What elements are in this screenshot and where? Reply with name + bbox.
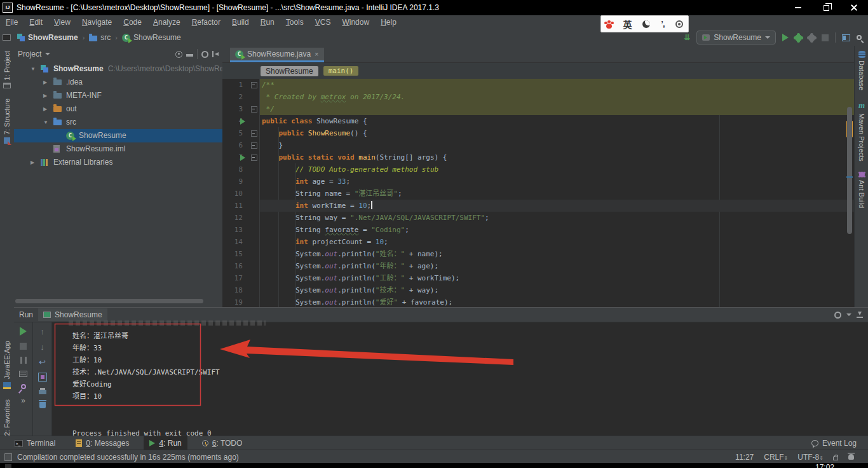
menu-item-view[interactable]: View [48, 15, 76, 29]
encoding-widget[interactable]: UTF-8⇕ [797, 453, 823, 462]
ime-baidu-paw-icon[interactable] [606, 24, 612, 29]
stripe-item-7-structure[interactable]: 7: Structure [3, 99, 11, 144]
code-line-19[interactable]: 19 System.out.println("爱好" + favorate); [222, 296, 854, 307]
menu-item-edit[interactable]: Edit [24, 15, 48, 29]
code-line-8[interactable]: 8 // TODO Auto-generated method stub [222, 163, 854, 176]
menu-item-refactor[interactable]: Refactor [186, 15, 226, 29]
run-line-icon[interactable] [240, 155, 245, 161]
tree-collapsed-arrow-icon[interactable]: ▶ [31, 156, 34, 169]
ime-moon-icon[interactable] [642, 20, 650, 28]
run-settings-gear-icon[interactable] [834, 312, 841, 319]
tree-row-src[interactable]: ▼src [14, 116, 222, 129]
stripe-item-ant-build[interactable]: Ant Build [858, 172, 865, 208]
code-line-15[interactable]: 15 System.out.println("姓名：" + name); [222, 248, 854, 260]
tree-collapsed-arrow-icon[interactable]: ▶ [43, 102, 47, 116]
edit-config-icon[interactable] [842, 34, 850, 41]
update-project-icon[interactable] [684, 33, 690, 42]
menu-item-analyze[interactable]: Analyze [147, 15, 186, 29]
code-line-3[interactable]: 3 */ [222, 103, 854, 115]
editor-scrollbar[interactable] [845, 79, 854, 307]
run-console[interactable]: 姓名：湛江吊丝哥年龄：33工龄：10技术：.Net/JAVA/SQL/JAVAS… [53, 322, 868, 436]
code-line-11[interactable]: 11 int workTime = 10; [222, 200, 854, 212]
minimize-button[interactable] [784, 0, 812, 15]
line-separator-widget[interactable]: CRLF⇕ [764, 453, 787, 462]
code-line-7[interactable]: 7 public static void main(String[] args)… [222, 151, 854, 163]
hide-panel-icon[interactable] [212, 51, 219, 57]
code-line-4[interactable]: 4public class ShowResume { [222, 115, 854, 127]
code-line-17[interactable]: 17 System.out.println("工龄：" + workTime); [222, 272, 854, 284]
tree-expanded-arrow-icon[interactable]: ▼ [43, 116, 48, 129]
toolwindow-access-icon[interactable] [3, 34, 11, 41]
fold-marker-icon[interactable] [251, 82, 257, 88]
chevron-down-icon[interactable] [45, 53, 50, 55]
tree-collapsed-arrow-icon[interactable]: ▶ [43, 76, 47, 89]
ime-gear-icon[interactable] [675, 20, 683, 28]
toolwindow-grip-icon[interactable] [4, 453, 12, 461]
collapse-all-icon[interactable] [186, 54, 193, 57]
down-icon[interactable] [40, 342, 44, 352]
stripe-item-maven-projects[interactable]: Maven Projects [858, 100, 865, 162]
tree-row-meta-inf[interactable]: ▶META-INF [14, 89, 222, 102]
code-line-1[interactable]: 1/** [222, 79, 854, 91]
editor-tab[interactable]: ShowResume.java × [230, 48, 324, 62]
fold-marker-icon[interactable] [251, 106, 257, 113]
toolwindow-button-todo[interactable]: 6: TODO [196, 436, 248, 450]
scrollend-icon[interactable] [38, 373, 47, 382]
tab-close-icon[interactable]: × [315, 50, 318, 58]
breadcrumb-item-showresume[interactable]: ShowResume [15, 33, 81, 42]
menu-item-vcs[interactable]: VCS [309, 15, 337, 29]
scrollbar-mark[interactable] [846, 176, 853, 178]
run-line-icon[interactable] [240, 118, 245, 125]
ime-language-toggle[interactable]: 英 [623, 18, 632, 31]
stop-button[interactable] [822, 34, 829, 41]
tree-expanded-arrow-icon[interactable]: ▼ [31, 62, 36, 76]
menu-item-run[interactable]: Run [255, 15, 280, 29]
fold-marker-icon[interactable] [251, 130, 257, 137]
stripe-item-javaee-app[interactable]: JavaEE:App [3, 341, 11, 389]
ime-punctuation-toggle[interactable]: ’, [661, 19, 664, 29]
run-button[interactable] [782, 34, 789, 41]
code-area[interactable]: 1/**2 * Created by metrox on 2017/3/24.3… [222, 79, 854, 307]
fold-marker-icon[interactable] [251, 142, 257, 149]
editor-breadcrumb-showresume[interactable]: ShowResume [261, 66, 318, 76]
pin-icon[interactable] [21, 384, 26, 389]
menu-item-code[interactable]: Code [118, 15, 147, 29]
debug-button[interactable] [795, 34, 802, 41]
rerun-icon[interactable] [20, 327, 27, 336]
code-line-2[interactable]: 2 * Created by metrox on 2017/3/24. [222, 91, 854, 103]
code-line-13[interactable]: 13 String favorate = "Coding"; [222, 224, 854, 236]
trash-icon[interactable] [39, 402, 46, 408]
softwrap-icon[interactable] [39, 357, 46, 367]
editor-breadcrumb-main[interactable]: main() [323, 66, 359, 76]
event-log-button[interactable]: Event Log [811, 439, 868, 448]
panel-settings-gear-icon[interactable] [201, 51, 208, 58]
stop2-icon[interactable] [20, 343, 27, 350]
code-line-18[interactable]: 18 System.out.println("技术：" + way); [222, 284, 854, 296]
menu-item-build[interactable]: Build [226, 15, 255, 29]
console-icon[interactable] [19, 371, 27, 377]
caret-position[interactable]: 11:27 [735, 453, 754, 462]
code-line-14[interactable]: 14 int projectCount = 10; [222, 236, 854, 248]
horizontal-scrollbar[interactable] [15, 299, 203, 303]
search-everywhere-icon[interactable] [857, 35, 862, 40]
breadcrumb-item-showresume[interactable]: ShowResume [119, 33, 184, 42]
tree-row-out[interactable]: ▶out [14, 102, 222, 116]
tree-row--idea[interactable]: ▶.idea [14, 76, 222, 89]
run-configuration-select[interactable]: ShowResume [696, 31, 776, 45]
project-panel-title[interactable]: Project [18, 50, 41, 59]
stripe-item-database[interactable]: Database [858, 51, 865, 90]
coverage-button[interactable] [808, 34, 815, 41]
hide-run-panel-icon[interactable] [857, 312, 863, 318]
fold-marker-icon[interactable] [251, 155, 257, 161]
menu-item-help[interactable]: Help [375, 15, 402, 29]
code-line-16[interactable]: 16 System.out.println("年龄：" + age); [222, 260, 854, 272]
more-icon[interactable] [21, 396, 25, 405]
breadcrumb-item-src[interactable]: src [86, 33, 113, 42]
close-button[interactable] [840, 0, 868, 15]
up-icon[interactable] [40, 327, 44, 336]
print-icon[interactable] [39, 390, 46, 394]
restore-button[interactable] [812, 0, 840, 15]
code-line-5[interactable]: 5 public ShowResume() { [222, 127, 854, 139]
code-line-10[interactable]: 10 String name = "湛江吊丝哥"; [222, 188, 854, 200]
stripe-item-1-project[interactable]: 1: Project [3, 51, 11, 88]
